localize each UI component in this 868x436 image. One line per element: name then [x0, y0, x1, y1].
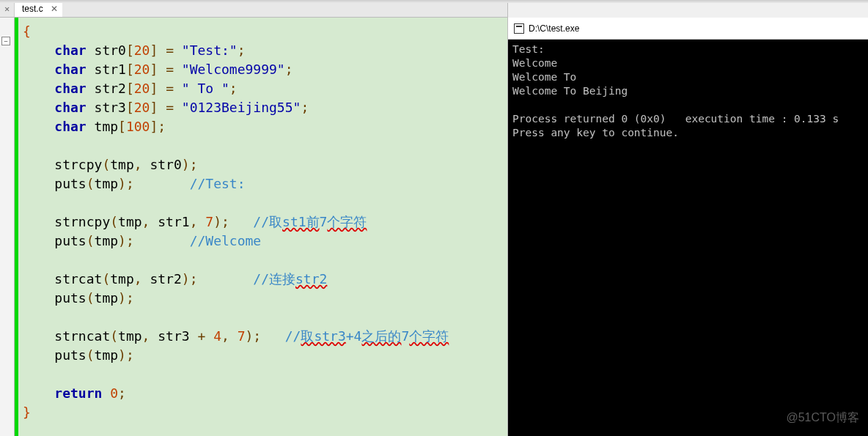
- paren: (: [87, 290, 95, 306]
- space: [174, 43, 182, 58]
- space: [174, 100, 182, 115]
- space: [150, 328, 158, 344]
- console-line: Test:: [512, 43, 545, 55]
- semicolon: ;: [301, 100, 309, 115]
- var-str2: str2: [87, 81, 126, 96]
- space: [229, 328, 238, 344]
- fn-strncat: strncat: [54, 328, 110, 344]
- fn-puts: puts: [54, 233, 86, 248]
- comment-part: +4: [346, 328, 362, 344]
- gutter: −: [0, 18, 15, 436]
- arg: tmp: [95, 347, 119, 363]
- semicolon: ;: [221, 214, 229, 229]
- comment-part: 个字符: [327, 214, 367, 229]
- console-title-text: D:\C\test.exe: [529, 23, 579, 34]
- paren: (: [102, 157, 110, 172]
- paren: (: [87, 347, 95, 363]
- tab-label: test.c: [22, 4, 43, 14]
- paren: ): [118, 176, 126, 191]
- space: [174, 81, 182, 96]
- space: [174, 62, 182, 77]
- arg: tmp: [110, 271, 134, 287]
- var-str0: str0: [87, 43, 126, 58]
- var-tmp: tmp: [87, 119, 118, 134]
- num-20: 20: [134, 43, 150, 58]
- semicolon: ;: [285, 62, 293, 77]
- comma: ,: [221, 328, 229, 344]
- console-body[interactable]: Test: Welcome Welcome To Welcome To Beij…: [508, 40, 868, 436]
- comma: ,: [134, 271, 142, 287]
- space: [197, 271, 253, 287]
- keyword-char: char: [54, 43, 86, 58]
- paren: ): [246, 328, 254, 344]
- fold-icon[interactable]: −: [1, 37, 10, 45]
- comment-part: st1前: [282, 214, 320, 229]
- paren: (: [87, 176, 95, 191]
- num-100: 100: [126, 119, 150, 134]
- bracket: [: [118, 119, 126, 134]
- num-20: 20: [134, 62, 150, 77]
- brace-open: {: [23, 23, 31, 39]
- paren: (: [110, 214, 118, 229]
- space: [229, 214, 254, 229]
- semicolon: ;: [126, 347, 134, 363]
- string-literal: "0123Beijing55": [182, 100, 301, 115]
- code-content[interactable]: { char str0[20] = "Test:"; char str1[20]…: [18, 18, 507, 436]
- fn-puts: puts: [54, 347, 86, 363]
- comma: ,: [142, 328, 150, 344]
- space: [158, 62, 166, 77]
- fn-strcpy: strcpy: [54, 157, 102, 172]
- arg: tmp: [118, 328, 142, 344]
- brace-close: }: [23, 404, 31, 420]
- tab-close-icon[interactable]: ✕: [51, 4, 58, 14]
- keyword-return: return: [54, 385, 102, 401]
- console-line: Process returned 0 (0x0) execution time …: [512, 113, 839, 125]
- semicolon: ;: [158, 119, 166, 134]
- space: [134, 176, 190, 191]
- comment: //连接str2: [253, 271, 327, 287]
- paren: ): [118, 347, 126, 363]
- console-icon: [514, 23, 524, 34]
- paren: ): [182, 271, 190, 287]
- fn-puts: puts: [54, 176, 86, 191]
- fn-strcat: strcat: [54, 271, 102, 287]
- bracket: [: [126, 100, 134, 115]
- keyword-char: char: [54, 119, 86, 134]
- arg: tmp: [95, 176, 119, 191]
- string-literal: "Welcome9999": [182, 62, 285, 77]
- arg: tmp: [118, 214, 142, 229]
- var-str1: str1: [87, 62, 126, 77]
- string-literal: " To ": [182, 81, 229, 96]
- equals: =: [166, 81, 174, 96]
- bracket: [: [126, 62, 134, 77]
- comment-part: 7: [401, 328, 409, 344]
- editor-pane: ✕ test.c ✕ − { char str0[20] = "Test:"; …: [0, 0, 508, 436]
- space: [205, 328, 213, 344]
- paren: ): [118, 290, 126, 306]
- comment-part: 个字符: [409, 328, 449, 344]
- semicolon: ;: [126, 233, 134, 248]
- console-line: Press any key to continue.: [512, 127, 679, 138]
- bracket: ]: [150, 62, 158, 77]
- code-area[interactable]: − { char str0[20] = "Test:"; char str1[2…: [0, 18, 507, 436]
- console-titlebar[interactable]: D:\C\test.exe: [508, 18, 868, 40]
- bracket: [: [126, 43, 134, 58]
- comment: //Test:: [190, 176, 246, 191]
- keyword-char: char: [54, 62, 86, 77]
- watermark: @51CTO博客: [786, 410, 859, 426]
- comment: //Welcome: [190, 233, 262, 248]
- comment: //取str3+4之后的7个字符: [285, 328, 449, 344]
- bracket: ]: [150, 100, 158, 115]
- num: 4: [213, 328, 221, 344]
- equals: =: [166, 100, 174, 115]
- arg: tmp: [95, 290, 119, 306]
- semicolon: ;: [118, 385, 126, 401]
- space: [134, 233, 190, 248]
- semicolon: ;: [238, 43, 246, 58]
- semicolon: ;: [190, 157, 198, 172]
- paren: ): [118, 233, 126, 248]
- fn-strncpy: strncpy: [54, 214, 110, 229]
- comma: ,: [190, 214, 198, 229]
- space: [158, 100, 166, 115]
- comment-part: 之后的: [361, 328, 401, 344]
